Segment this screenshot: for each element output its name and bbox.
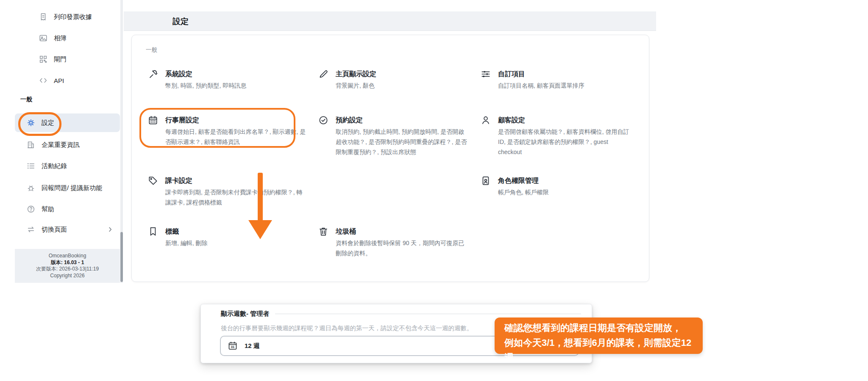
- setting-title: 角色權限管理: [498, 176, 633, 186]
- settings-grid: 系統設定 幣別, 時區, 預約類型, 即時訊息 主頁顯示設定 背景圖片, 顏色 …: [146, 67, 642, 280]
- setting-item-customer[interactable]: 顧客設定 是否開啓顧客依屬功能？, 顧客資料欄位, 啓用自訂 ID, 是否鎖定缺…: [479, 113, 642, 174]
- page-header: 設定: [124, 11, 656, 31]
- settings-section-label: 一般: [146, 46, 157, 54]
- settings-card: 一般 系統設定 幣別, 時區, 預約類型, 即時訊息 主頁顯示設定 背景圖片, …: [131, 35, 649, 282]
- sidebar-item-label: 列印發票收據: [54, 13, 92, 21]
- sidebar-item-switch-page[interactable]: 切換頁面: [15, 220, 120, 239]
- sidebar-item-label: API: [54, 77, 64, 84]
- sidebar-item-gate[interactable]: 閘門: [15, 50, 120, 69]
- weeks-panel-description: 後台的行事曆要顯示幾週的課程呢？週日為每週的第一天，請設定不包含今天這一週的週數…: [221, 324, 473, 332]
- annotation-ring-settings: [18, 112, 61, 136]
- sidebar-item-activity-log[interactable]: 活動紀錄: [15, 157, 120, 175]
- sidebar-item-label: 幫助: [42, 205, 54, 213]
- setting-item-calendar[interactable]: 行事曆設定 每週啓始日, 顧客是否能看到出席名單？, 顯示週數, 是否顯示週末？…: [146, 113, 316, 174]
- setting-item-booking[interactable]: 預約設定 取消預約, 預約截止時間, 預約開放時間, 是否開啟超收功能？, 是否…: [316, 113, 479, 174]
- setting-item-trash[interactable]: 垃圾桶 資料會於刪除後暫時保留 90 天，期間內可復原已刪除的資料。: [316, 225, 479, 280]
- setting-desc: 每週啓始日, 顧客是否能看到出席名單？, 顯示週數, 是否顯示週末？, 顧客聯絡…: [165, 127, 308, 147]
- check-circle-icon: [318, 115, 329, 126]
- setting-desc: 幣別, 時區, 預約類型, 即時訊息: [165, 80, 308, 91]
- scrollbar-thumb[interactable]: [120, 232, 123, 282]
- trash-icon: [318, 226, 329, 237]
- sidebar-footer: OmceanBooking 版本: 16.03 - 1 次要版本: 2026-0…: [15, 249, 120, 283]
- hammer-icon: [147, 69, 159, 80]
- sidebar-item-label: 相簿: [54, 34, 67, 42]
- code-brackets-icon: [39, 76, 48, 85]
- setting-item-labels[interactable]: 標籤 新增, 編輯, 刪除: [146, 225, 316, 280]
- copyright-label: Copyright 2026: [15, 273, 120, 279]
- annotation-callout: 確認您想看到的課程日期是否有設定開放， 例如今天3/1，想看到6月的課表，則需設…: [495, 318, 703, 354]
- setting-item-custom-fields[interactable]: 自訂項目 自訂項目名稱, 顧客頁面選單排序: [479, 67, 642, 113]
- sidebar-item-company-info[interactable]: 企業重要資訊: [15, 135, 120, 154]
- minor-version-label: 次要版本: 2026-03-13|11:19: [15, 266, 120, 273]
- help-circle-icon: [26, 204, 36, 214]
- app-screen: 列印發票收據 相簿 閘門 API 一般 設定: [0, 0, 868, 381]
- setting-desc: 是否開啓顧客依屬功能？, 顧客資料欄位, 啓用自訂 ID, 是否鎖定缺席顧客的預…: [498, 127, 633, 157]
- gear-icon: [26, 118, 36, 127]
- setting-desc: 課卡即將到期, 是否限制未付費課卡的預約權限？, 轉讓課卡, 課程價格標籤: [165, 187, 308, 207]
- sidebar-scrollbar[interactable]: [120, 0, 123, 283]
- sidebar-item-api[interactable]: API: [15, 71, 120, 90]
- sidebar-item-label: 設定: [42, 119, 54, 127]
- sidebar-item-label: 活動紀錄: [42, 162, 67, 170]
- setting-title: 預約設定: [336, 115, 470, 125]
- setting-title: 標籤: [165, 226, 308, 237]
- calendar-31-icon: 31: [228, 341, 238, 351]
- setting-title: 主頁顯示設定: [336, 69, 470, 79]
- setting-desc: 資料會於刪除後暫時保留 90 天，期間內可復原已刪除的資料。: [336, 238, 470, 258]
- id-badge-icon: [480, 175, 491, 186]
- album-icon: [39, 33, 48, 43]
- sidebar-item-album[interactable]: 相簿: [15, 29, 120, 47]
- switch-arrows-icon: [26, 225, 36, 234]
- setting-item-system[interactable]: 系統設定 幣別, 時區, 預約類型, 即時訊息: [146, 67, 316, 113]
- weeks-panel-label: 顯示週數- 管理者: [221, 310, 269, 318]
- weeks-value: 12 週: [245, 342, 260, 350]
- sidebar-item-help[interactable]: 幫助: [15, 200, 120, 218]
- receipt-icon: [39, 12, 48, 22]
- person-icon: [480, 115, 491, 126]
- sidebar: 列印發票收據 相簿 閘門 API 一般 設定: [0, 0, 123, 283]
- setting-desc: 新增, 編輯, 刪除: [165, 238, 308, 248]
- sidebar-item-label: 回報問題/ 提議新功能: [42, 184, 102, 192]
- callout-line-1: 確認您想看到的課程日期是否有設定開放，: [504, 320, 703, 335]
- chevron-right-icon: [106, 226, 114, 233]
- setting-desc: 取消預約, 預約截止時間, 預約開放時間, 是否開啟超收功能？, 是否限制預約時…: [336, 127, 470, 157]
- version-label: 版本: 16.03 - 1: [15, 260, 120, 266]
- bookmark-icon: [147, 226, 159, 237]
- app-name: OmceanBooking: [15, 253, 120, 260]
- callout-line-2: 例如今天3/1，想看到6月的課表，則需設定12週。: [504, 335, 703, 365]
- setting-title: 課卡設定: [165, 176, 308, 186]
- building-icon: [26, 140, 36, 149]
- tag-icon: [147, 175, 159, 186]
- setting-item-roles[interactable]: 角色權限管理 帳戶角色, 帳戶權限: [479, 174, 642, 225]
- setting-title: 自訂項目: [498, 69, 633, 79]
- setting-title: 垃圾桶: [336, 226, 470, 237]
- setting-title: 系統設定: [165, 69, 308, 79]
- sliders-icon: [480, 69, 491, 80]
- bug-icon: [26, 183, 36, 193]
- setting-title: 行事曆設定: [165, 115, 308, 125]
- qr-gate-icon: [39, 55, 48, 64]
- svg-text:31: 31: [231, 345, 234, 349]
- weeks-panel-header: 顯示週數- 管理者: [221, 310, 581, 318]
- sidebar-item-report-issue[interactable]: 回報問題/ 提議新功能: [15, 179, 120, 197]
- sidebar-item-print-receipts[interactable]: 列印發票收據: [15, 8, 120, 26]
- sidebar-section-label: 一般: [20, 96, 32, 103]
- sidebar-item-label: 切換頁面: [42, 226, 67, 234]
- setting-title: 顧客設定: [498, 115, 633, 125]
- activity-list-icon: [26, 161, 36, 171]
- calendar-icon: [147, 115, 159, 126]
- setting-desc: 帳戶角色, 帳戶權限: [498, 187, 633, 197]
- divider: [275, 314, 581, 314]
- setting-item-class-card[interactable]: 課卡設定 課卡即將到期, 是否限制未付費課卡的預約權限？, 轉讓課卡, 課程價格…: [146, 174, 316, 225]
- brush-icon: [318, 69, 329, 80]
- sidebar-item-settings[interactable]: 設定: [15, 113, 120, 132]
- setting-item-home-display[interactable]: 主頁顯示設定 背景圖片, 顏色: [316, 67, 479, 113]
- setting-desc: 背景圖片, 顏色: [336, 80, 470, 91]
- setting-desc: 自訂項目名稱, 顧客頁面選單排序: [498, 80, 633, 91]
- sidebar-item-label: 閘門: [54, 55, 67, 64]
- page-title: 設定: [172, 16, 189, 27]
- sidebar-item-label: 企業重要資訊: [42, 141, 80, 149]
